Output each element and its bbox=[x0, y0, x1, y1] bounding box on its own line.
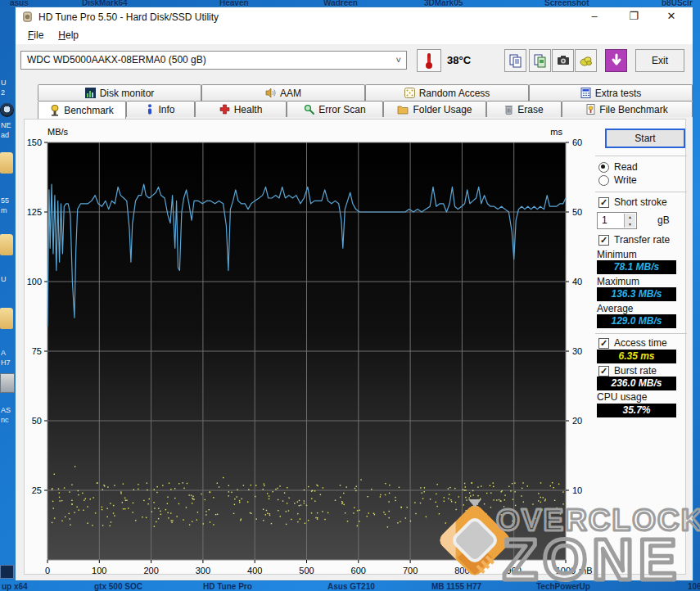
tab-label: Health bbox=[234, 104, 263, 115]
access-time-dot bbox=[209, 509, 210, 510]
access-time-dot bbox=[234, 504, 235, 505]
access-time-dot bbox=[455, 509, 456, 510]
camera-icon bbox=[556, 53, 571, 68]
access-time-dot bbox=[424, 487, 425, 488]
access-time-dot bbox=[314, 490, 315, 491]
access-time-dot bbox=[469, 492, 470, 493]
access-time-dot bbox=[52, 522, 52, 523]
tab-row-bottom: Benchmark Info Health Err bbox=[38, 101, 693, 119]
screenshot-button[interactable] bbox=[552, 49, 574, 72]
save-results-button[interactable] bbox=[575, 49, 597, 72]
access-time-dot bbox=[472, 490, 473, 491]
y-right-tick-label: 10 bbox=[572, 485, 582, 495]
access-time-dot bbox=[234, 499, 235, 499]
y-right-tick-label: 60 bbox=[572, 138, 582, 147]
toolbar: WDC WD5000AAKX-08ERMA0 (500 gB) ˅ 38°C bbox=[16, 44, 693, 80]
start-button[interactable]: Start bbox=[605, 129, 685, 148]
access-time-dot bbox=[263, 489, 264, 489]
access-time-dot bbox=[167, 512, 168, 513]
access-time-dot bbox=[275, 489, 276, 489]
read-radio[interactable] bbox=[598, 162, 609, 173]
tab-file-benchmark[interactable]: File Benchmark bbox=[562, 101, 693, 117]
access-time-dot bbox=[228, 491, 229, 492]
benchmark-chart: MB/sms2550751001251501020304050600100200… bbox=[25, 120, 598, 576]
drive-select-dropdown[interactable]: WDC WD5000AAKX-08ERMA0 (500 gB) ˅ bbox=[20, 51, 407, 70]
access-time-dot bbox=[510, 490, 511, 491]
tab-benchmark[interactable]: Benchmark bbox=[38, 101, 126, 119]
access-time-dot bbox=[53, 508, 54, 508]
spinner-arrows[interactable]: ▲▼ bbox=[624, 214, 635, 228]
y-right-tick-label: 20 bbox=[572, 416, 582, 426]
tab-aam[interactable]: AAM bbox=[201, 84, 365, 101]
access-time-dot bbox=[291, 519, 291, 520]
tab-disk-monitor[interactable]: Disk monitor bbox=[38, 84, 201, 101]
access-time-dot bbox=[499, 499, 499, 500]
access-time-dot bbox=[444, 501, 445, 502]
access-time-dot bbox=[317, 485, 318, 486]
tab-folder-usage[interactable]: Folder Usage bbox=[383, 101, 486, 117]
access-time-checkbox[interactable]: ✓ bbox=[598, 338, 609, 349]
access-time-dot bbox=[70, 524, 70, 525]
access-time-dot bbox=[186, 507, 187, 508]
access-time-dot bbox=[113, 512, 114, 513]
access-time-dot bbox=[355, 488, 355, 489]
access-time-dot bbox=[490, 507, 491, 508]
access-time-dot bbox=[264, 485, 264, 486]
access-time-dot bbox=[526, 524, 527, 525]
access-time-dot bbox=[477, 486, 478, 487]
access-time-dot bbox=[535, 518, 535, 519]
access-time-dot bbox=[406, 507, 407, 508]
temperature-button[interactable] bbox=[417, 49, 441, 72]
copy-image-button[interactable] bbox=[529, 49, 551, 72]
tab-random-access[interactable]: Random Access bbox=[365, 84, 529, 101]
copy-text-button[interactable] bbox=[504, 49, 526, 72]
x-tick-label: 1000 bbox=[556, 566, 576, 575]
access-time-dot bbox=[205, 499, 205, 500]
minimize-button[interactable]: – bbox=[578, 7, 611, 26]
burst-rate-checkbox[interactable]: ✓ bbox=[598, 366, 609, 377]
access-time-dot bbox=[523, 502, 524, 503]
menu-file[interactable]: File bbox=[20, 28, 51, 43]
access-time-dot bbox=[133, 503, 133, 503]
spinner-up-icon[interactable]: ▲ bbox=[625, 214, 635, 221]
access-time-dot bbox=[197, 512, 198, 512]
access-time-dot bbox=[552, 482, 553, 483]
access-time-dot bbox=[138, 489, 138, 489]
access-time-dot bbox=[297, 513, 298, 514]
access-time-dot bbox=[500, 500, 501, 501]
menu-help[interactable]: Help bbox=[51, 28, 86, 43]
access-time-dot bbox=[192, 503, 192, 503]
close-button[interactable]: ✕ bbox=[655, 7, 688, 26]
write-radio[interactable] bbox=[598, 175, 609, 186]
access-time-dot bbox=[106, 508, 107, 509]
access-time-dot bbox=[64, 487, 65, 488]
tab-info[interactable]: Info bbox=[126, 101, 195, 117]
access-time-dot bbox=[501, 490, 502, 491]
tab-error-scan[interactable]: Error Scan bbox=[287, 101, 383, 117]
tab-extra-tests[interactable]: Extra tests bbox=[529, 84, 693, 101]
access-time-dot bbox=[463, 489, 463, 490]
access-time-dot bbox=[544, 500, 545, 501]
access-time-dot bbox=[138, 484, 138, 485]
exit-button[interactable]: Exit bbox=[635, 49, 684, 72]
access-time-dot bbox=[126, 500, 127, 501]
access-time-dot bbox=[493, 486, 494, 487]
access-time-dot bbox=[85, 499, 86, 499]
transfer-rate-checkbox[interactable]: ✓ bbox=[598, 235, 609, 246]
tab-health[interactable]: Health bbox=[195, 101, 287, 117]
access-time-dot bbox=[279, 485, 280, 486]
access-time-dot bbox=[399, 487, 400, 488]
download-button[interactable] bbox=[605, 49, 627, 72]
spinner-down-icon[interactable]: ▼ bbox=[625, 221, 635, 228]
access-time-dot bbox=[287, 503, 287, 503]
tab-erase[interactable]: Erase bbox=[486, 101, 562, 117]
access-time-dot bbox=[171, 522, 172, 523]
short-stroke-spinner[interactable]: 1 ▲▼ bbox=[597, 212, 637, 229]
chevron-down-icon: ˅ bbox=[396, 52, 401, 69]
benchmark-icon bbox=[50, 105, 60, 116]
short-stroke-checkbox[interactable]: ✓ bbox=[598, 197, 609, 208]
access-time-dot bbox=[477, 503, 478, 504]
access-time-dot bbox=[178, 483, 179, 484]
access-time-dot bbox=[542, 509, 543, 510]
maximize-button[interactable]: ❐ bbox=[617, 7, 650, 26]
